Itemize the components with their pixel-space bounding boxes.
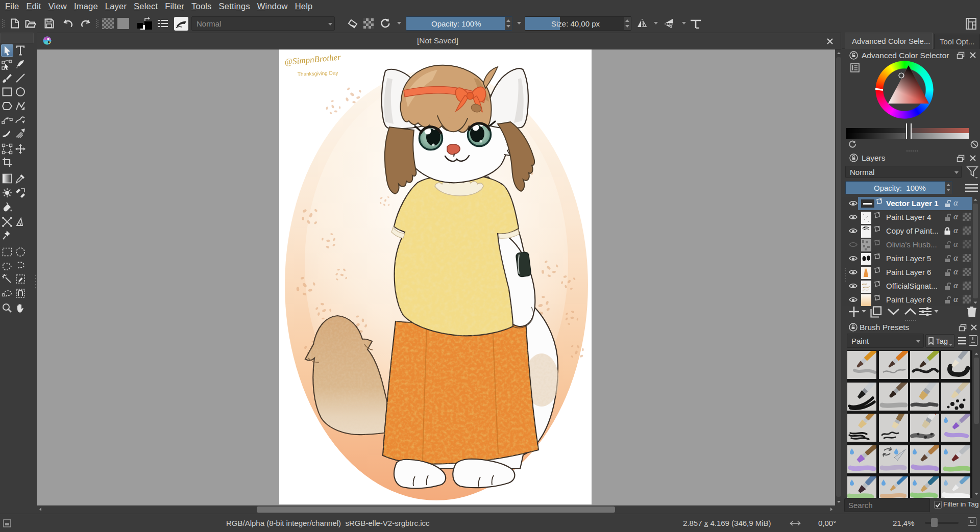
- svg-text:@SimpnBrother: @SimpnBrother: [284, 52, 341, 67]
- svg-text:Thanksgiving Day: Thanksgiving Day: [298, 70, 338, 77]
